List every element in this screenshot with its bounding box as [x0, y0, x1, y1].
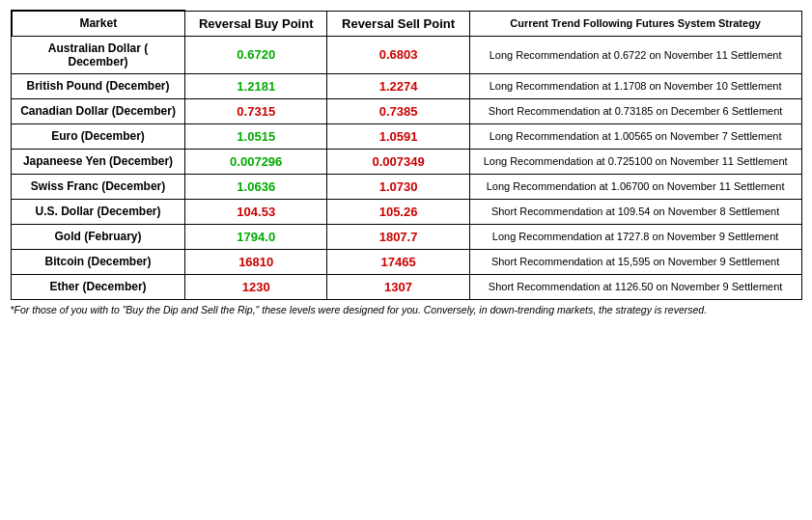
sell-cell: 1307 — [327, 274, 469, 299]
table-row: Australian Dollar ( December)0.67200.680… — [12, 36, 802, 73]
table-row: Ether (December)12301307Short Recommenda… — [12, 274, 802, 299]
market-cell: Swiss Franc (December) — [12, 174, 185, 199]
strategy-cell: Short Recommendation at 109.54 on Novemb… — [469, 199, 801, 224]
table-row: Bitcoin (December)1681017465Short Recomm… — [12, 249, 802, 274]
sell-cell: 17465 — [327, 249, 469, 274]
table-row: U.S. Dollar (December)104.53105.26Short … — [12, 199, 802, 224]
market-cell: U.S. Dollar (December) — [12, 199, 185, 224]
table-row: British Pound (December)1.21811.2274Long… — [12, 73, 802, 98]
sell-cell: 1807.7 — [327, 224, 469, 249]
main-container: Market Reversal Buy Point Reversal Sell … — [11, 10, 802, 315]
table-row: Gold (February)1794.01807.7Long Recommen… — [12, 224, 802, 249]
sell-cell: 1.0591 — [327, 123, 469, 149]
market-cell: Gold (February) — [12, 224, 185, 249]
strategy-cell: Long Recommendation at 1.00565 on Novemb… — [469, 123, 801, 149]
table-row: Euro (December)1.05151.0591Long Recommen… — [12, 123, 802, 149]
header-strategy: Current Trend Following Futures System S… — [469, 11, 801, 36]
buy-cell: 1230 — [185, 274, 327, 299]
strategy-cell: Long Recommendation at 0.6722 on Novembe… — [469, 36, 801, 73]
buy-cell: 1.0636 — [185, 174, 327, 199]
sell-cell: 1.2274 — [327, 73, 469, 98]
table-row: Swiss Franc (December)1.06361.0730Long R… — [12, 174, 802, 199]
table-row: Canadian Dollar (December)0.73150.7385Sh… — [12, 98, 802, 123]
strategy-cell: Long Recommendation at 1727.8 on Novembe… — [469, 224, 801, 249]
market-cell: British Pound (December) — [12, 73, 185, 98]
market-cell: Australian Dollar ( December) — [12, 36, 185, 73]
footnote: *For those of you with to "Buy the Dip a… — [11, 304, 802, 315]
market-cell: Canadian Dollar (December) — [12, 98, 185, 123]
buy-cell: 1.0515 — [185, 123, 327, 149]
header-buy: Reversal Buy Point — [185, 11, 327, 36]
buy-cell: 16810 — [185, 249, 327, 274]
strategy-cell: Short Recommendation at 1126.50 on Novem… — [469, 274, 801, 299]
header-sell: Reversal Sell Point — [327, 11, 469, 36]
sell-cell: 0.6803 — [327, 36, 469, 73]
strategy-cell: Long Recommendation at 1.1708 on Novembe… — [469, 73, 801, 98]
sell-cell: 105.26 — [327, 199, 469, 224]
buy-cell: 0.7315 — [185, 98, 327, 123]
market-cell: Bitcoin (December) — [12, 249, 185, 274]
buy-cell: 104.53 — [185, 199, 327, 224]
strategy-cell: Short Recommendation at 0.73185 on Decem… — [469, 98, 801, 123]
buy-cell: 0.007296 — [185, 149, 327, 174]
market-cell: Japaneese Yen (December) — [12, 149, 185, 174]
buy-cell: 0.6720 — [185, 36, 327, 73]
buy-cell: 1.2181 — [185, 73, 327, 98]
market-cell: Euro (December) — [12, 123, 185, 149]
sell-cell: 0.7385 — [327, 98, 469, 123]
sell-cell: 0.007349 — [327, 149, 469, 174]
strategy-cell: Short Recommendation at 15,595 on Novemb… — [469, 249, 801, 274]
strategy-cell: Long Recommendation at 1.06700 on Novemb… — [469, 174, 801, 199]
sell-cell: 1.0730 — [327, 174, 469, 199]
table-row: Japaneese Yen (December)0.0072960.007349… — [12, 149, 802, 174]
data-table: Market Reversal Buy Point Reversal Sell … — [11, 10, 802, 300]
strategy-cell: Long Recommendation at 0.725100 on Novem… — [469, 149, 801, 174]
market-cell: Ether (December) — [12, 274, 185, 299]
buy-cell: 1794.0 — [185, 224, 327, 249]
header-market: Market — [12, 11, 185, 36]
